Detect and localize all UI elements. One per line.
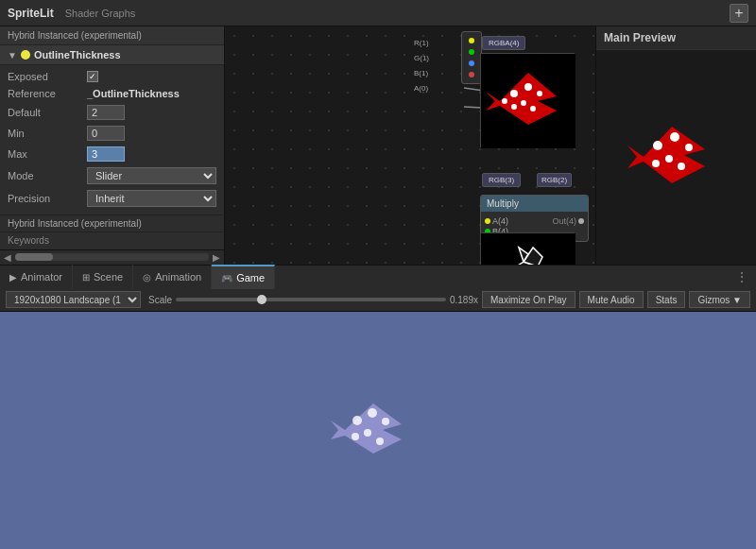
rgba-label: RGBA(4) (482, 36, 525, 50)
preview-sprite-svg (620, 100, 733, 214)
mode-value-cell: Slider (87, 165, 216, 186)
resolution-select[interactable]: 1920x1080 Landscape (1 (6, 291, 141, 308)
outline-thickness-header: ▼ OutlineThickness (0, 45, 224, 65)
scale-value: 0.189x (450, 295, 478, 305)
svg-point-31 (665, 155, 673, 163)
add-button[interactable]: + (730, 4, 748, 23)
min-input[interactable] (87, 126, 125, 141)
svg-point-28 (653, 141, 662, 150)
multiply-node-header: Multiply (481, 196, 588, 212)
main-preview-header: Main Preview (596, 26, 756, 50)
svg-point-10 (511, 104, 517, 110)
svg-point-40 (352, 433, 359, 440)
mult-port-a-label: A(4) (492, 216, 508, 226)
mult-port-a-icon (485, 218, 490, 224)
tab-animation-label: Animation (155, 271, 201, 283)
svg-point-29 (670, 132, 679, 142)
animation-icon: ◎ (143, 272, 151, 283)
scale-label: Scale (148, 295, 172, 305)
mult-port-out-label: Out(4) (552, 216, 576, 226)
svg-point-41 (376, 437, 384, 445)
svg-point-6 (510, 90, 518, 97)
svg-point-11 (530, 106, 536, 112)
tab-game[interactable]: 🎮 Game (212, 265, 275, 289)
left-panel-scrollbar: ◀ ▶ (0, 249, 224, 265)
max-input[interactable] (87, 146, 125, 162)
exposed-value: ✓ (87, 69, 216, 84)
tabs-row: ▶ Animator ⊞ Scene ◎ Animation 🎮 Game ⋮ (0, 265, 756, 289)
precision-select[interactable]: Inherit (87, 190, 216, 207)
svg-point-39 (364, 429, 371, 437)
mult-port-out-icon (578, 218, 584, 224)
sprite-thumb-3 (480, 232, 575, 265)
input-ports-block (461, 31, 482, 84)
svg-point-30 (685, 144, 693, 151)
default-value-cell (87, 103, 216, 122)
tab-game-label: Game (236, 272, 265, 283)
tab-scene-label: Scene (94, 271, 123, 283)
sprite-thumb-1 (480, 53, 575, 147)
properties-grid: Exposed ✓ Reference _OutlineThickness De… (0, 65, 224, 213)
mode-select[interactable]: Slider (87, 167, 216, 184)
scroll-right-icon[interactable]: ▶ (211, 252, 222, 263)
game-view (0, 312, 756, 550)
collapse-arrow-icon[interactable]: ▼ (8, 50, 17, 60)
default-label: Default (8, 103, 83, 122)
mode-label: Mode (8, 165, 83, 186)
min-label: Min (8, 124, 83, 143)
right-panel: Main Preview (595, 26, 756, 265)
gizmos-button[interactable]: Gizmos ▼ (689, 291, 750, 308)
rgb3-label: RGB(3) (482, 173, 521, 187)
svg-point-7 (524, 83, 532, 91)
tab-scene[interactable]: ⊞ Scene (73, 265, 133, 289)
tab-animator-label: Animator (21, 271, 62, 283)
svg-point-37 (368, 408, 377, 418)
default-input[interactable] (87, 105, 125, 120)
svg-point-9 (521, 100, 526, 106)
scroll-track[interactable] (15, 253, 209, 261)
exposed-checkbox[interactable]: ✓ (87, 71, 98, 82)
svg-point-32 (652, 160, 660, 167)
svg-marker-34 (627, 146, 644, 168)
scroll-thumb[interactable] (15, 253, 53, 261)
svg-point-33 (678, 163, 685, 170)
reference-value: _OutlineThickness (87, 88, 180, 99)
game-toolbar: 1920x1080 Landscape (1 Scale 0.189x Maxi… (0, 289, 756, 312)
reference-label: Reference (8, 86, 83, 101)
scale-thumb[interactable] (257, 295, 266, 304)
mute-audio-button[interactable]: Mute Audio (579, 291, 644, 308)
precision-value-cell: Inherit (87, 188, 216, 209)
svg-point-36 (352, 416, 362, 425)
scale-slider-container (176, 298, 446, 301)
graph-area[interactable]: R(1) G(1) B(1) A(0) (225, 26, 595, 265)
max-value-cell (87, 145, 216, 163)
tab-animator[interactable]: ▶ Animator (0, 265, 73, 289)
exposed-label: Exposed (8, 69, 83, 84)
svg-point-12 (502, 98, 507, 104)
svg-marker-42 (331, 420, 345, 439)
main-area: Hybrid Instanced (experimental) ▼ Outlin… (0, 26, 756, 265)
dot-indicator-icon (21, 50, 30, 60)
scroll-left-icon[interactable]: ◀ (2, 252, 13, 263)
app-title: SpriteLit (8, 7, 54, 20)
top-toolbar: SpriteLit Shader Graphs + (0, 0, 756, 26)
svg-point-38 (382, 418, 389, 425)
tab-options-button[interactable]: ⋮ (728, 269, 756, 284)
maximize-on-play-button[interactable]: Maximize On Play (482, 291, 576, 308)
hybrid-instanced-row: Hybrid Instanced (experimental) (0, 26, 224, 45)
keywords-row: Keywords (0, 232, 224, 249)
game-sprite-svg (321, 383, 435, 477)
min-value-cell (87, 124, 216, 143)
tab-animation[interactable]: ◎ Animation (133, 265, 212, 289)
reference-value-cell: _OutlineThickness (87, 86, 216, 101)
port-labels: R(1) G(1) B(1) A(0) (414, 36, 429, 96)
preview-canvas (596, 50, 756, 265)
precision-label: Precision (8, 188, 83, 209)
stats-button[interactable]: Stats (647, 291, 686, 308)
hybrid-instanced-row2: Hybrid Instanced (experimental) (0, 214, 224, 232)
svg-point-8 (537, 91, 542, 96)
outline-thickness-label: OutlineThickness (34, 49, 121, 60)
shader-graphs-label: Shader Graphs (65, 8, 136, 19)
game-icon: 🎮 (221, 273, 232, 283)
scale-slider[interactable] (176, 298, 446, 301)
